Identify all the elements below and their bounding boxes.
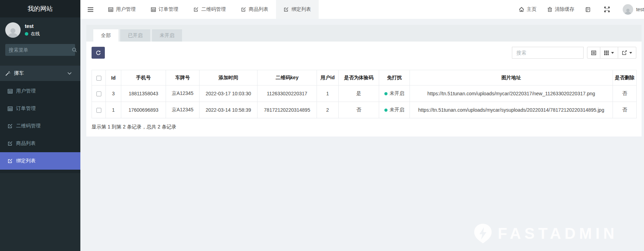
sidebar-item-qrcode-management[interactable]: 二维码管理 [0,117,80,135]
status-dot-icon [384,109,388,112]
clear-cache-link[interactable]: 清除缓存 [542,0,580,19]
submenu-label: 用户管理 [16,88,36,94]
col-time: 添加时间 [200,70,258,86]
book-icon [585,7,591,12]
tab-label: 二维码管理 [201,6,226,13]
top-tabs: 用户管理 订单管理 二维码管理 商品列表 [101,0,319,19]
submenu-label: 订单管理 [16,105,36,112]
col-uid: 用户id [317,70,339,86]
site-title: 我的网站 [0,0,80,17]
sidebar-item-order-management[interactable]: 订单管理 [0,100,80,117]
cell-uid: 1 [317,86,339,102]
sidebar-search [5,44,75,56]
tab-order-management[interactable]: 订单管理 [143,0,186,19]
tab-qrcode-management[interactable]: 二维码管理 [186,0,233,19]
columns-button[interactable] [600,47,618,59]
dnd-label: 未开启 [390,107,404,112]
row-checkbox[interactable] [96,91,101,96]
table-search-input[interactable] [512,47,584,59]
fastadmin-brand-text: FASTADMIN [498,225,618,242]
sidebar-item-binding-list[interactable]: 绑定列表 [0,152,80,170]
row-select-cell [92,102,106,118]
avatar [5,22,21,38]
user-name: test [25,23,40,29]
chevron-down-icon [67,72,72,75]
edit-icon [194,7,198,12]
main-content: 全部 已开启 未开启 [80,19,644,251]
cell-deleted: 否 [613,102,637,118]
table-view-buttons [587,47,636,59]
sidebar-menu: 挪车 用户管理 订单管理 二维码管理 [0,66,80,173]
tab-label: 用户管理 [116,6,136,13]
fastadmin-logo-icon [474,224,492,243]
table-header-row: Id 手机号 车牌号 添加时间 二维码key 用户id 是否为体验码 免打扰 图… [92,70,637,86]
table-toolbar [92,47,636,59]
magic-wand-icon [5,71,10,76]
sidebar-item-product-list[interactable]: 商品列表 [0,135,80,152]
cell-image-url: https://tn.51tunan.com/uploads/mycar/sys… [410,102,613,118]
search-icon[interactable] [72,47,77,52]
avatar [623,4,633,15]
home-icon [519,7,524,12]
cell-time: 2022-03-14 10:58:39 [200,102,258,118]
select-all-checkbox[interactable] [96,76,101,81]
tab-binding-list[interactable]: 绑定列表 [276,0,319,19]
table-icon [8,89,13,94]
row-select-cell [92,86,106,102]
sidebar-parent-label: 挪车 [14,70,24,76]
grid-icon [604,51,609,55]
fullscreen-toggle[interactable] [599,0,618,19]
top-navbar: 用户管理 订单管理 二维码管理 商品列表 [80,0,644,19]
navbar-right: 主页 清除缓存 test [513,0,644,19]
tab-label: 订单管理 [159,6,178,13]
fastadmin-watermark: FASTADMIN [474,224,618,243]
sidebar: 我的网站 test 在线 挪车 [0,0,80,251]
table-row[interactable]: 3 18811358043 京A12345 2022-03-17 10:03:3… [92,86,637,102]
col-deleted: 是否删除 [613,70,637,86]
col-url: 图片地址 [410,70,613,86]
tab-label: 商品列表 [249,6,268,13]
trash-icon [548,7,552,12]
edit-icon [241,7,246,12]
table-icon [108,7,113,12]
sidebar-item-user-management[interactable]: 用户管理 [0,82,80,100]
col-trial: 是否为体验码 [339,70,379,86]
detail-view-button[interactable] [587,47,600,59]
filter-tab-all[interactable]: 全部 [93,29,118,42]
list-view-icon [591,51,596,55]
submenu-label: 二维码管理 [16,123,41,129]
cell-time: 2022-03-17 10:03:30 [200,86,258,102]
col-plate: 车牌号 [166,70,200,86]
edit-icon [8,124,13,128]
table-row[interactable]: 1 17600696893 京A12345 2022-03-14 10:58:3… [92,102,637,118]
docs-link[interactable] [580,0,599,19]
home-link[interactable]: 主页 [513,0,542,19]
cell-qrkey: 112633020220317 [258,86,317,102]
panel-body: Id 手机号 车牌号 添加时间 二维码key 用户id 是否为体验码 免打扰 图… [86,42,642,136]
user-menu[interactable]: test [618,0,644,19]
row-checkbox[interactable] [96,108,101,113]
caret-down-icon [611,52,614,54]
select-all-cell [92,70,106,86]
caret-down-icon [629,52,632,54]
cell-phone: 17600696893 [121,102,166,118]
filter-tab-disabled[interactable]: 未开启 [152,29,182,42]
online-dot-icon [25,32,28,36]
filter-tabs-bar: 全部 已开启 未开启 [86,25,642,42]
cell-dnd: 未开启 [379,86,410,102]
tab-product-list[interactable]: 商品列表 [233,0,276,19]
dnd-label: 未开启 [390,90,404,96]
sidebar-search-input[interactable] [9,47,72,53]
export-button[interactable] [618,47,636,59]
col-qrkey: 二维码key [258,70,317,86]
tab-user-management[interactable]: 用户管理 [101,0,143,19]
filter-tab-enabled[interactable]: 已开启 [120,29,150,42]
cell-dnd: 未开启 [379,102,410,118]
binding-table: Id 手机号 车牌号 添加时间 二维码key 用户id 是否为体验码 免打扰 图… [92,70,637,118]
refresh-button[interactable] [92,47,105,59]
clear-cache-label: 清除缓存 [555,6,574,13]
table-icon [151,7,156,12]
hamburger-icon[interactable] [80,0,101,19]
status-dot-icon [384,92,388,95]
sidebar-item-nuoche[interactable]: 挪车 [0,66,80,81]
